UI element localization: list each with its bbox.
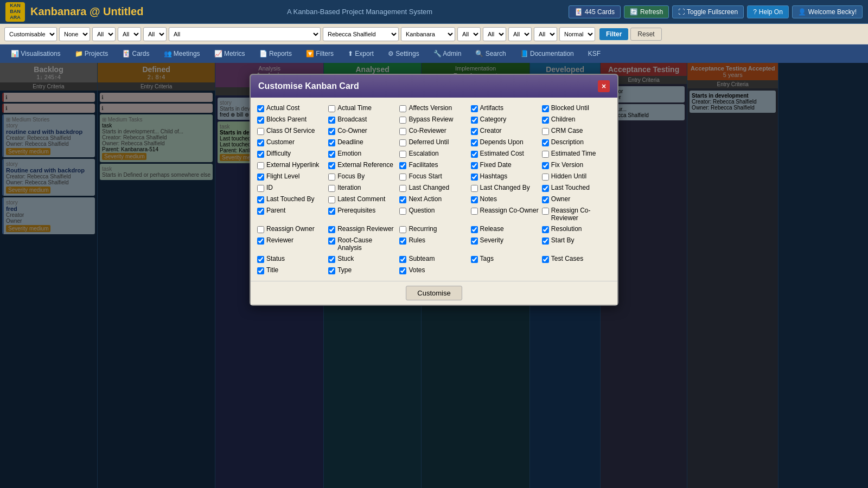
checkbox-item-escalation[interactable]: Escalation	[399, 150, 468, 158]
checkbox-item-last-touched-by[interactable]: Last Touched By	[257, 195, 326, 203]
checkbox-escalation[interactable]	[399, 151, 406, 158]
checkbox-hidden-until[interactable]	[542, 174, 549, 181]
checkbox-item-owner[interactable]: Owner	[542, 195, 611, 203]
nav-meetings[interactable]: 👥 Meetings	[157, 48, 207, 60]
checkbox-co-reviewer[interactable]	[399, 128, 406, 135]
checkbox-item-reviewer[interactable]: Reviewer	[257, 236, 326, 252]
nav-projects[interactable]: 📁 Projects	[68, 48, 115, 60]
checkbox-hashtags[interactable]	[471, 174, 478, 181]
checkbox-deadline[interactable]	[328, 139, 335, 146]
checkbox-last-changed-by[interactable]	[471, 185, 478, 192]
checkbox-tags[interactable]	[471, 256, 478, 263]
checkbox-item-focus-by[interactable]: Focus By	[328, 172, 397, 181]
checkbox-item-estimated-cost[interactable]: Estimated Cost	[471, 150, 540, 158]
checkbox-item-fixed-date[interactable]: Fixed Date	[471, 161, 540, 169]
filter-none[interactable]: None	[59, 27, 90, 41]
checkbox-item-actual-time[interactable]: Actual Time	[328, 104, 397, 112]
checkbox-last-touched[interactable]	[542, 185, 549, 192]
nav-settings[interactable]: ⚙ Settings	[381, 48, 426, 60]
checkbox-item-parent[interactable]: Parent	[257, 207, 326, 222]
checkbox-item-question[interactable]: Question	[399, 207, 468, 222]
checkbox-recurring[interactable]	[399, 226, 406, 233]
checkbox-item-reassign-owner[interactable]: Reassign Owner	[257, 225, 326, 233]
filter-normal[interactable]: Normal	[559, 27, 595, 41]
checkbox-bypass-review[interactable]	[399, 117, 406, 124]
cards-count-button[interactable]: 🃏 445 Cards	[569, 5, 621, 18]
checkbox-release[interactable]	[471, 226, 478, 233]
filter-customisable[interactable]: Customisable	[4, 27, 57, 41]
checkbox-reviewer[interactable]	[257, 237, 264, 245]
checkbox-last-changed[interactable]	[399, 185, 406, 192]
filter-all-3[interactable]: All	[143, 27, 167, 41]
refresh-button[interactable]: 🔄 Refresh	[624, 5, 669, 18]
checkbox-id[interactable]	[257, 185, 264, 192]
checkbox-item-external-hyperlink[interactable]: External Hyperlink	[257, 161, 326, 169]
nav-visualisations[interactable]: 📊 Visualisations	[4, 48, 67, 60]
checkbox-focus-start[interactable]	[399, 174, 406, 181]
checkbox-actual-cost[interactable]	[257, 105, 264, 112]
checkbox-item-release[interactable]: Release	[471, 225, 540, 233]
checkbox-item-reassign-reviewer[interactable]: Reassign Reviewer	[328, 225, 397, 233]
checkbox-item-children[interactable]: Children	[542, 115, 611, 124]
nav-admin[interactable]: 🔧 Admin	[427, 48, 468, 60]
checkbox-estimated-time[interactable]	[542, 151, 549, 158]
checkbox-item-stuck[interactable]: Stuck	[328, 255, 397, 263]
checkbox-next-action[interactable]	[399, 196, 406, 203]
checkbox-item-prerequisites[interactable]: Prerequisites	[328, 207, 397, 222]
checkbox-crm-case[interactable]	[542, 128, 549, 135]
checkbox-item-facilitates[interactable]: Facilitates	[399, 161, 468, 169]
checkbox-item-deferred-until[interactable]: Deferred Until	[399, 138, 468, 146]
nav-cards[interactable]: 🃏 Cards	[116, 48, 156, 60]
checkbox-category[interactable]	[471, 117, 478, 124]
checkbox-item-creator[interactable]: Creator	[471, 127, 540, 135]
checkbox-stuck[interactable]	[328, 256, 335, 263]
filter-project[interactable]: Kanbanara	[401, 27, 455, 41]
checkbox-item-test-cases[interactable]: Test Cases	[542, 255, 611, 263]
checkbox-item-resolution[interactable]: Resolution	[542, 225, 611, 233]
nav-metrics[interactable]: 📈 Metrics	[208, 48, 252, 60]
checkbox-children[interactable]	[542, 117, 549, 124]
checkbox-estimated-cost[interactable]	[471, 151, 478, 158]
checkbox-title[interactable]	[257, 267, 264, 274]
checkbox-item-notes[interactable]: Notes	[471, 195, 540, 203]
checkbox-blocked-until[interactable]	[542, 105, 549, 112]
checkbox-item-fix-version[interactable]: Fix Version	[542, 161, 611, 169]
checkbox-description[interactable]	[542, 139, 549, 146]
checkbox-item-tags[interactable]: Tags	[471, 255, 540, 263]
checkbox-item-last-changed-by[interactable]: Last Changed By	[471, 184, 540, 192]
checkbox-item-co-reviewer[interactable]: Co-Reviewer	[399, 127, 468, 135]
modal-close-button[interactable]: ×	[598, 80, 610, 92]
checkbox-severity[interactable]	[471, 237, 478, 245]
checkbox-item-reassign-co-reviewer[interactable]: Reassign Co-Reviewer	[542, 207, 611, 222]
checkbox-actual-time[interactable]	[328, 105, 335, 112]
checkbox-subteam[interactable]	[399, 256, 406, 263]
checkbox-item-estimated-time[interactable]: Estimated Time	[542, 150, 611, 158]
checkbox-external-hyperlink[interactable]	[257, 162, 264, 169]
checkbox-fixed-date[interactable]	[471, 162, 478, 169]
checkbox-item-hidden-until[interactable]: Hidden Until	[542, 172, 611, 181]
checkbox-votes[interactable]	[399, 267, 406, 274]
checkbox-test-cases[interactable]	[542, 256, 549, 263]
checkbox-affects-version[interactable]	[399, 105, 406, 112]
checkbox-item-broadcast[interactable]: Broadcast	[328, 115, 397, 124]
checkbox-broadcast[interactable]	[328, 117, 335, 124]
checkbox-class-of-service[interactable]	[257, 128, 264, 135]
checkbox-item-emotion[interactable]: Emotion	[328, 150, 397, 158]
checkbox-root-cause-analysis[interactable]	[328, 237, 335, 245]
filter-button[interactable]: Filter	[599, 28, 628, 40]
nav-reports[interactable]: 📄 Reports	[253, 48, 298, 60]
nav-documentation[interactable]: 📘 Documentation	[514, 48, 580, 60]
checkbox-item-start-by[interactable]: Start By	[542, 236, 611, 252]
checkbox-latest-comment[interactable]	[328, 196, 335, 203]
checkbox-difficulty[interactable]	[257, 151, 264, 158]
filter-all-7[interactable]: All	[508, 27, 532, 41]
checkbox-item-co-owner[interactable]: Co-Owner	[328, 127, 397, 135]
filter-all-6[interactable]: All	[483, 27, 506, 41]
nav-export[interactable]: ⬆ Export	[341, 48, 380, 60]
filter-all-8[interactable]: All	[534, 27, 557, 41]
checkbox-type[interactable]	[328, 267, 335, 274]
checkbox-item-iteration[interactable]: Iteration	[328, 184, 397, 192]
checkbox-item-type[interactable]: Type	[328, 266, 397, 274]
checkbox-item-category[interactable]: Category	[471, 115, 540, 124]
checkbox-depends-upon[interactable]	[471, 139, 478, 146]
